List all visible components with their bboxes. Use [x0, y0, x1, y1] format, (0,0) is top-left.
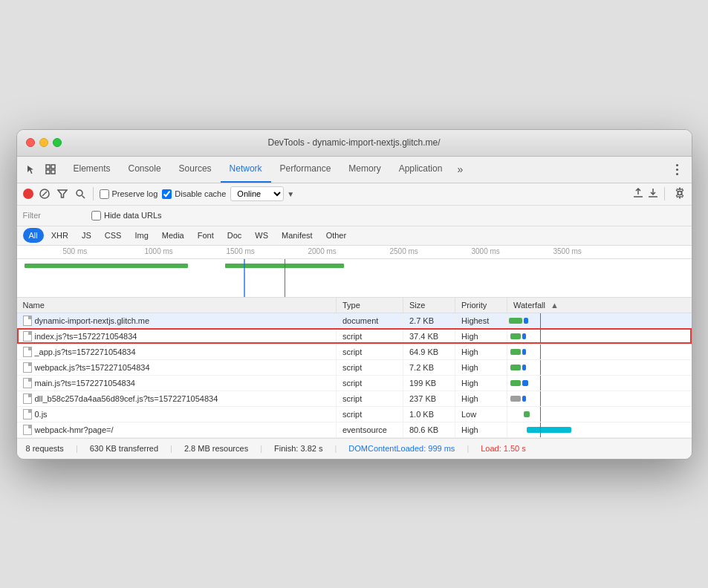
table-row[interactable]: main.js?ts=1572271054834script199 KBHigh	[17, 375, 692, 391]
type-filter-xhr[interactable]: XHR	[45, 228, 74, 243]
cell-type: script	[337, 391, 403, 406]
close-button[interactable]	[26, 138, 35, 147]
col-waterfall[interactable]: Waterfall ▲	[507, 298, 692, 313]
cell-priority: High	[455, 422, 507, 437]
svg-rect-0	[46, 165, 50, 169]
svg-point-7	[77, 190, 82, 196]
tab-network[interactable]: Network	[221, 156, 271, 183]
settings-button[interactable]	[674, 187, 686, 201]
cell-waterfall	[507, 328, 692, 344]
devtools-menu-button[interactable]	[669, 161, 686, 177]
col-size[interactable]: Size	[403, 298, 455, 313]
svg-line-5	[42, 192, 47, 196]
tl-bar-1	[25, 264, 188, 268]
cell-priority: High	[455, 391, 507, 406]
inspect-icon[interactable]	[42, 161, 59, 177]
status-requests: 8 requests	[26, 444, 64, 453]
type-filter-manifest[interactable]: Manifest	[276, 228, 319, 243]
tab-elements[interactable]: Elements	[65, 156, 120, 183]
tab-application[interactable]: Application	[390, 156, 452, 183]
cell-size: 64.9 KB	[403, 344, 455, 359]
cell-type: script	[337, 359, 403, 375]
tab-performance[interactable]: Performance	[271, 156, 340, 183]
tab-sources[interactable]: Sources	[170, 156, 221, 183]
svg-line-8	[82, 196, 85, 199]
waterfall-bar	[509, 318, 522, 324]
cell-name: index.js?ts=1572271054834	[17, 328, 337, 344]
table-row[interactable]: webpack.js?ts=1572271054834script7.2 KBH…	[17, 359, 692, 375]
type-filter-js[interactable]: JS	[76, 228, 97, 243]
svg-rect-1	[51, 165, 55, 169]
disable-cache-group: Disable cache	[162, 189, 226, 199]
clear-button[interactable]	[38, 187, 51, 200]
waterfall-bar	[527, 427, 571, 433]
cell-name: webpack.js?ts=1572271054834	[17, 359, 337, 375]
col-priority[interactable]: Priority	[455, 298, 507, 313]
disable-cache-checkbox[interactable]	[162, 189, 172, 199]
waterfall-bar	[510, 333, 521, 339]
type-filter-bar: All XHR JS CSS Img Media Font Doc WS Man…	[17, 226, 692, 246]
cursor-icon[interactable]	[23, 161, 39, 177]
type-filter-ws[interactable]: WS	[249, 228, 274, 243]
type-filter-font[interactable]: Font	[192, 228, 220, 243]
search-icon[interactable]	[74, 187, 87, 200]
cell-size: 1.0 KB	[403, 406, 455, 422]
table-row[interactable]: 0.jsscript1.0 KBLow	[17, 406, 692, 422]
type-filter-all[interactable]: All	[23, 228, 44, 243]
toolbar-separator-2	[664, 187, 665, 200]
network-table: Name Type Size Priority Waterfall ▲ dyna…	[17, 298, 692, 438]
waterfall-bar	[524, 318, 528, 324]
table-body: dynamic-import-nextjs.glitch.medocument2…	[17, 313, 692, 437]
col-type[interactable]: Type	[337, 298, 403, 313]
ruler-3500: 3500 ms	[553, 247, 582, 255]
type-filter-css[interactable]: CSS	[99, 228, 128, 243]
waterfall-bar	[510, 365, 521, 370]
tab-memory[interactable]: Memory	[340, 156, 389, 183]
file-icon	[23, 409, 32, 419]
record-button[interactable]	[23, 189, 33, 199]
cell-priority: High	[455, 375, 507, 391]
network-table-container[interactable]: Name Type Size Priority Waterfall ▲ dyna…	[17, 298, 692, 438]
cell-type: document	[337, 313, 403, 328]
import-button[interactable]	[633, 188, 643, 200]
preserve-log-label[interactable]: Preserve log	[112, 189, 158, 198]
ruler-500: 500 ms	[63, 247, 88, 255]
preserve-log-checkbox[interactable]	[100, 189, 109, 199]
tab-console[interactable]: Console	[120, 156, 170, 183]
toolbar-separator-1	[93, 187, 94, 200]
table-row[interactable]: webpack-hmr?page=/eventsource80.6 KBHigh	[17, 422, 692, 437]
export-button[interactable]	[648, 188, 658, 200]
hide-urls-label[interactable]: Hide data URLs	[104, 211, 162, 220]
svg-rect-2	[46, 170, 50, 174]
type-filter-doc[interactable]: Doc	[221, 228, 248, 243]
type-filter-other[interactable]: Other	[320, 228, 353, 243]
cell-size: 80.6 KB	[403, 422, 455, 437]
waterfall-load-line	[540, 313, 541, 328]
table-row[interactable]: dynamic-import-nextjs.glitch.medocument2…	[17, 313, 692, 328]
type-filter-media[interactable]: Media	[156, 228, 190, 243]
filter-icon[interactable]	[56, 187, 69, 200]
minimize-button[interactable]	[39, 138, 48, 147]
col-name[interactable]: Name	[17, 298, 337, 313]
file-icon	[23, 362, 32, 373]
tab-overflow-button[interactable]: »	[451, 163, 469, 175]
table-row[interactable]: index.js?ts=1572271054834script37.4 KBHi…	[17, 328, 692, 344]
svg-point-13	[678, 191, 681, 195]
type-filter-img[interactable]: Img	[129, 228, 154, 243]
table-row[interactable]: dll_b58c257da4aa56d89cef.js?ts=157227105…	[17, 391, 692, 406]
tl-dom-loaded-line	[244, 259, 245, 298]
waterfall-bar	[522, 396, 526, 402]
disable-cache-label[interactable]: Disable cache	[175, 189, 226, 198]
waterfall-bar	[510, 396, 521, 402]
ruler-3000: 3000 ms	[472, 247, 500, 255]
cell-priority: High	[455, 344, 507, 359]
timeline-content	[17, 259, 692, 298]
tl-load-line	[285, 259, 285, 298]
devtools-icons	[23, 161, 59, 177]
maximize-button[interactable]	[53, 138, 62, 147]
throttle-select[interactable]: Online Fast 3G Slow 3G Offline	[230, 186, 284, 201]
file-name: webpack.js?ts=1572271054834	[35, 363, 150, 372]
hide-urls-checkbox[interactable]	[91, 211, 101, 220]
table-row[interactable]: _app.js?ts=1572271054834script64.9 KBHig…	[17, 344, 692, 359]
toolbar-right	[633, 187, 686, 201]
